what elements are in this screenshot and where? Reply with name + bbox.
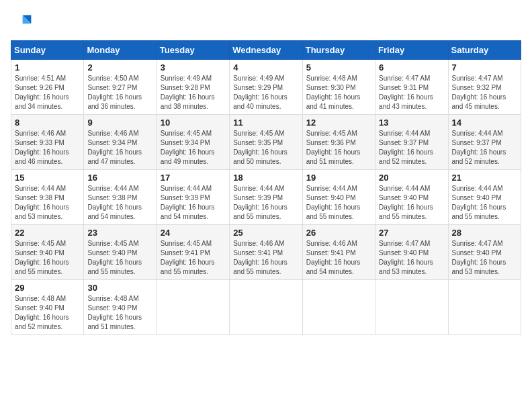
day-number: 11 <box>233 118 298 128</box>
calendar-cell: 10Sunrise: 4:45 AM Sunset: 9:34 PM Dayli… <box>157 115 229 170</box>
cell-content: Sunrise: 4:44 AM Sunset: 9:40 PM Dayligh… <box>452 184 517 222</box>
day-number: 13 <box>379 118 444 128</box>
cell-content: Sunrise: 4:46 AM Sunset: 9:33 PM Dayligh… <box>15 129 80 167</box>
calendar-cell <box>375 280 448 335</box>
day-number: 18 <box>233 173 298 183</box>
calendar-cell: 12Sunrise: 4:45 AM Sunset: 9:36 PM Dayli… <box>302 115 375 170</box>
cell-content: Sunrise: 4:50 AM Sunset: 9:27 PM Dayligh… <box>87 74 152 111</box>
calendar-cell: 16Sunrise: 4:44 AM Sunset: 9:38 PM Dayli… <box>84 170 157 225</box>
cell-content: Sunrise: 4:44 AM Sunset: 9:38 PM Dayligh… <box>87 184 152 222</box>
day-number: 21 <box>452 173 517 183</box>
day-header-sunday: Sunday <box>11 41 84 60</box>
calendar-cell: 30Sunrise: 4:48 AM Sunset: 9:40 PM Dayli… <box>84 280 157 335</box>
day-number: 22 <box>15 228 80 238</box>
day-number: 23 <box>87 228 152 238</box>
day-number: 28 <box>452 228 517 238</box>
calendar-cell: 20Sunrise: 4:44 AM Sunset: 9:40 PM Dayli… <box>375 170 448 225</box>
cell-content: Sunrise: 4:48 AM Sunset: 9:30 PM Dayligh… <box>306 74 371 111</box>
cell-content: Sunrise: 4:47 AM Sunset: 9:40 PM Dayligh… <box>452 239 517 277</box>
calendar-cell: 14Sunrise: 4:44 AM Sunset: 9:37 PM Dayli… <box>448 115 521 170</box>
day-number: 26 <box>306 228 371 238</box>
day-header-saturday: Saturday <box>448 41 521 60</box>
cell-content: Sunrise: 4:44 AM Sunset: 9:40 PM Dayligh… <box>306 184 371 222</box>
day-header-tuesday: Tuesday <box>157 41 229 60</box>
calendar-cell: 6Sunrise: 4:47 AM Sunset: 9:31 PM Daylig… <box>375 60 448 115</box>
cell-content: Sunrise: 4:46 AM Sunset: 9:34 PM Dayligh… <box>87 129 152 167</box>
calendar-cell: 24Sunrise: 4:45 AM Sunset: 9:41 PM Dayli… <box>157 225 229 280</box>
calendar-cell: 26Sunrise: 4:46 AM Sunset: 9:41 PM Dayli… <box>302 225 375 280</box>
calendar-cell: 13Sunrise: 4:44 AM Sunset: 9:37 PM Dayli… <box>375 115 448 170</box>
cell-content: Sunrise: 4:44 AM Sunset: 9:37 PM Dayligh… <box>452 129 517 167</box>
day-number: 10 <box>161 118 226 128</box>
calendar-cell <box>448 280 521 335</box>
day-number: 12 <box>306 118 371 128</box>
calendar-cell <box>302 280 375 335</box>
calendar-week-1: 1Sunrise: 4:51 AM Sunset: 9:26 PM Daylig… <box>11 60 521 115</box>
cell-content: Sunrise: 4:47 AM Sunset: 9:32 PM Dayligh… <box>452 74 517 111</box>
calendar-cell: 7Sunrise: 4:47 AM Sunset: 9:32 PM Daylig… <box>448 60 521 115</box>
day-number: 29 <box>15 283 80 293</box>
calendar-cell: 5Sunrise: 4:48 AM Sunset: 9:30 PM Daylig… <box>302 60 375 115</box>
cell-content: Sunrise: 4:46 AM Sunset: 9:41 PM Dayligh… <box>233 239 298 277</box>
calendar-cell: 15Sunrise: 4:44 AM Sunset: 9:38 PM Dayli… <box>11 170 84 225</box>
calendar-cell: 28Sunrise: 4:47 AM Sunset: 9:40 PM Dayli… <box>448 225 521 280</box>
cell-content: Sunrise: 4:45 AM Sunset: 9:36 PM Dayligh… <box>306 129 371 167</box>
day-number: 9 <box>87 118 152 128</box>
calendar-header-row: SundayMondayTuesdayWednesdayThursdayFrid… <box>11 41 521 60</box>
calendar-cell: 2Sunrise: 4:50 AM Sunset: 9:27 PM Daylig… <box>84 60 157 115</box>
day-number: 14 <box>452 118 517 128</box>
calendar-cell: 1Sunrise: 4:51 AM Sunset: 9:26 PM Daylig… <box>11 60 84 115</box>
day-number: 8 <box>15 118 80 128</box>
calendar-cell: 23Sunrise: 4:45 AM Sunset: 9:40 PM Dayli… <box>84 225 157 280</box>
calendar-cell <box>230 280 302 335</box>
cell-content: Sunrise: 4:49 AM Sunset: 9:28 PM Dayligh… <box>161 74 226 111</box>
calendar-cell: 25Sunrise: 4:46 AM Sunset: 9:41 PM Dayli… <box>230 225 302 280</box>
day-number: 20 <box>379 173 444 183</box>
calendar-week-4: 22Sunrise: 4:45 AM Sunset: 9:40 PM Dayli… <box>11 225 521 280</box>
calendar-cell: 22Sunrise: 4:45 AM Sunset: 9:40 PM Dayli… <box>11 225 84 280</box>
cell-content: Sunrise: 4:44 AM Sunset: 9:40 PM Dayligh… <box>379 184 444 222</box>
day-header-wednesday: Wednesday <box>230 41 302 60</box>
cell-content: Sunrise: 4:44 AM Sunset: 9:38 PM Dayligh… <box>15 184 80 222</box>
calendar-cell: 11Sunrise: 4:45 AM Sunset: 9:35 PM Dayli… <box>230 115 302 170</box>
cell-content: Sunrise: 4:47 AM Sunset: 9:31 PM Dayligh… <box>379 74 444 111</box>
cell-content: Sunrise: 4:47 AM Sunset: 9:40 PM Dayligh… <box>379 239 444 277</box>
day-number: 7 <box>452 62 517 73</box>
calendar-cell: 3Sunrise: 4:49 AM Sunset: 9:28 PM Daylig… <box>157 60 229 115</box>
cell-content: Sunrise: 4:44 AM Sunset: 9:39 PM Dayligh… <box>233 184 298 222</box>
day-number: 19 <box>306 173 371 183</box>
calendar-cell: 8Sunrise: 4:46 AM Sunset: 9:33 PM Daylig… <box>11 115 84 170</box>
day-number: 2 <box>87 62 152 73</box>
cell-content: Sunrise: 4:46 AM Sunset: 9:41 PM Dayligh… <box>306 239 371 277</box>
calendar-cell: 21Sunrise: 4:44 AM Sunset: 9:40 PM Dayli… <box>448 170 521 225</box>
day-header-friday: Friday <box>375 41 448 60</box>
cell-content: Sunrise: 4:45 AM Sunset: 9:41 PM Dayligh… <box>161 239 226 277</box>
logo-icon <box>11 11 32 32</box>
day-number: 16 <box>87 173 152 183</box>
day-number: 17 <box>161 173 226 183</box>
cell-content: Sunrise: 4:44 AM Sunset: 9:39 PM Dayligh… <box>161 184 226 222</box>
day-header-thursday: Thursday <box>302 41 375 60</box>
day-number: 1 <box>15 62 80 73</box>
cell-content: Sunrise: 4:44 AM Sunset: 9:37 PM Dayligh… <box>379 129 444 167</box>
day-number: 5 <box>306 62 371 73</box>
calendar-cell: 19Sunrise: 4:44 AM Sunset: 9:40 PM Dayli… <box>302 170 375 225</box>
day-header-monday: Monday <box>84 41 157 60</box>
calendar-cell <box>157 280 229 335</box>
cell-content: Sunrise: 4:49 AM Sunset: 9:29 PM Dayligh… <box>233 74 298 111</box>
calendar-table: SundayMondayTuesdayWednesdayThursdayFrid… <box>11 40 521 335</box>
cell-content: Sunrise: 4:45 AM Sunset: 9:40 PM Dayligh… <box>87 239 152 277</box>
page-header <box>11 11 521 32</box>
calendar-week-2: 8Sunrise: 4:46 AM Sunset: 9:33 PM Daylig… <box>11 115 521 170</box>
day-number: 30 <box>87 283 152 293</box>
cell-content: Sunrise: 4:51 AM Sunset: 9:26 PM Dayligh… <box>15 74 80 111</box>
cell-content: Sunrise: 4:48 AM Sunset: 9:40 PM Dayligh… <box>87 294 152 332</box>
day-number: 6 <box>379 62 444 73</box>
logo <box>11 11 35 32</box>
day-number: 15 <box>15 173 80 183</box>
day-number: 27 <box>379 228 444 238</box>
calendar-cell: 4Sunrise: 4:49 AM Sunset: 9:29 PM Daylig… <box>230 60 302 115</box>
cell-content: Sunrise: 4:45 AM Sunset: 9:35 PM Dayligh… <box>233 129 298 167</box>
calendar-cell: 27Sunrise: 4:47 AM Sunset: 9:40 PM Dayli… <box>375 225 448 280</box>
day-number: 25 <box>233 228 298 238</box>
